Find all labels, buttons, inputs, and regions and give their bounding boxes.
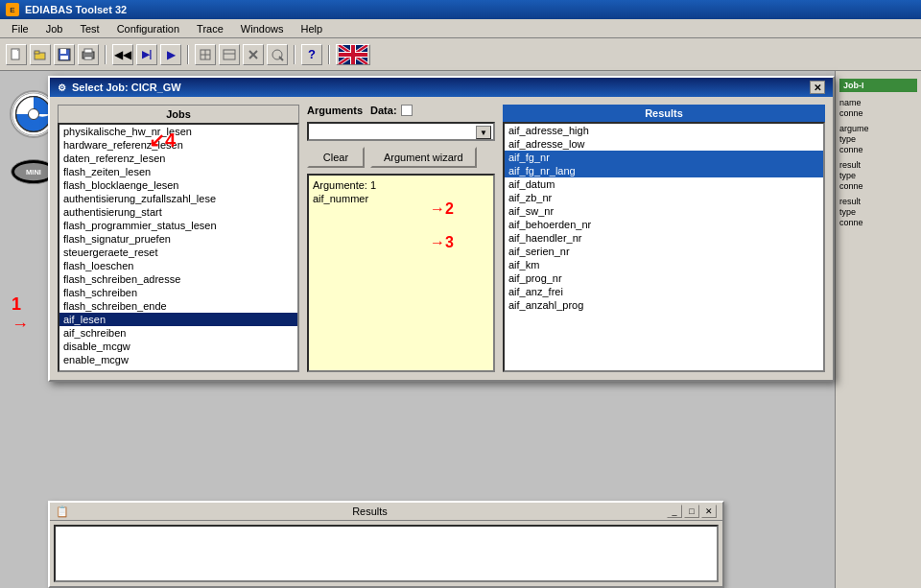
svg-rect-3	[35, 51, 39, 54]
bottom-results-content	[54, 525, 719, 582]
dialog-title-bar: ⚙ Select Job: CICR_GW ✕	[50, 78, 833, 97]
toolbar-print-btn[interactable]	[78, 44, 99, 65]
right-result-2-label: result	[839, 197, 917, 206]
toolbar-run-back-btn[interactable]: ◀◀	[112, 44, 133, 65]
right-type-1-label: type	[839, 134, 917, 144]
toolbar-run-btn[interactable]: ▶	[160, 44, 181, 65]
result-list-item[interactable]: aif_adresse_high	[505, 124, 823, 137]
right-panel: Job-I name conne argume type conne resul…	[835, 71, 921, 588]
result-list-item[interactable]: aif_fg_nr_lang	[505, 164, 823, 177]
result-list-item[interactable]: aif_anzahl_prog	[505, 298, 823, 312]
argument-wizard-button[interactable]: Argument wizard	[370, 147, 477, 168]
app-icon: E	[6, 3, 19, 16]
clear-button[interactable]: Clear	[307, 147, 365, 168]
toolbar-btn-5[interactable]	[195, 44, 216, 65]
result-list-item[interactable]: aif_adresse_low	[505, 137, 823, 151]
dialog-icon: ⚙	[58, 82, 66, 93]
job-list-item[interactable]: authentisierung_zufallszahl_lese	[59, 192, 297, 205]
dialog-close-button[interactable]: ✕	[810, 81, 825, 94]
toolbar-btn-8[interactable]	[267, 44, 288, 65]
bottom-results-window: 📋 Results _ □ ✕	[48, 501, 724, 588]
svg-rect-9	[84, 57, 92, 59]
annotation-4: ↙4	[149, 129, 176, 152]
toolbar-sep-3	[294, 45, 295, 64]
bottom-results-title: Results	[352, 506, 388, 517]
menu-configuration[interactable]: Configuration	[109, 21, 187, 36]
job-list-item[interactable]: hardware_referenz_lesen	[59, 138, 297, 152]
right-argume-label: argume	[839, 124, 917, 133]
toolbar-flag-btn[interactable]	[336, 44, 370, 65]
data-checkbox[interactable]	[401, 105, 413, 116]
right-conne-1-label: conne	[839, 108, 917, 118]
toolbar-btn-7[interactable]	[243, 44, 264, 65]
bottom-results-icon: 📋	[56, 506, 69, 518]
job-list-item[interactable]: flash_zeiten_lesen	[59, 165, 297, 178]
job-list-item[interactable]: aif_schreiben	[59, 326, 297, 340]
right-type-2-label: type	[839, 171, 917, 180]
toolbar-open-btn[interactable]	[30, 44, 51, 65]
dropdown-arrow-icon[interactable]: ▼	[476, 126, 491, 139]
toolbar-btn-6[interactable]	[219, 44, 240, 65]
menu-windows[interactable]: Windows	[233, 21, 292, 36]
menu-job[interactable]: Job	[38, 21, 71, 36]
menu-help[interactable]: Help	[293, 21, 330, 36]
menu-test[interactable]: Test	[72, 21, 106, 36]
bottom-title-buttons: _ □ ✕	[667, 505, 717, 518]
result-list-item[interactable]: aif_prog_nr	[505, 271, 823, 285]
args-content: Argumente: 1aif_nummer	[307, 174, 495, 372]
right-conne-4-label: conne	[839, 218, 917, 227]
job-list-item[interactable]: steuergeraete_reset	[59, 246, 297, 259]
results-header: Results	[503, 105, 825, 122]
job-list-item[interactable]: disable_mcgw	[59, 340, 297, 353]
job-list-item[interactable]: physikalische_hw_nr_lesen	[59, 125, 297, 138]
job-list-item[interactable]: flash_schreiben_ende	[59, 299, 297, 313]
annotation-3: →3	[430, 234, 454, 251]
job-list-item[interactable]: flash_loeschen	[59, 259, 297, 272]
results-listbox[interactable]: aif_adresse_highaif_adresse_lowaif_fg_nr…	[503, 122, 825, 372]
svg-rect-13	[224, 50, 235, 59]
result-list-item[interactable]: aif_datum	[505, 177, 823, 191]
args-dropdown[interactable]: ▼	[307, 122, 495, 141]
job-info-header: Job-I	[839, 79, 917, 92]
toolbar-help-btn[interactable]: ?	[301, 44, 322, 65]
job-list-item[interactable]: flash_signatur_pruefen	[59, 232, 297, 246]
result-list-item[interactable]: aif_anz_frei	[505, 285, 823, 298]
svg-rect-5	[60, 49, 66, 54]
result-list-item[interactable]: aif_serien_nr	[505, 245, 823, 258]
menu-trace[interactable]: Trace	[189, 21, 231, 36]
menu-file[interactable]: File	[4, 21, 36, 36]
job-list-item[interactable]: flash_programmier_status_lesen	[59, 219, 297, 232]
annotation-1: 1→	[12, 294, 29, 335]
job-list-item[interactable]: flash_blocklaenge_lesen	[59, 178, 297, 192]
result-list-item[interactable]: aif_fg_nr	[505, 151, 823, 164]
toolbar-save-btn[interactable]	[54, 44, 75, 65]
dialog-title-text: Select Job: CICR_GW	[72, 82, 181, 93]
result-list-item[interactable]: aif_sw_nr	[505, 204, 823, 218]
toolbar-new-btn[interactable]	[6, 44, 27, 65]
right-conne-3-label: conne	[839, 181, 917, 191]
results-panel: Results aif_adresse_highaif_adresse_lowa…	[503, 105, 825, 372]
bottom-results-title-bar: 📋 Results _ □ ✕	[50, 503, 722, 521]
job-list-item[interactable]: aif_lesen	[59, 313, 297, 326]
arguments-label: Arguments	[307, 105, 363, 116]
app-title: EDIABAS Toolset 32	[25, 4, 127, 15]
right-type-3-label: type	[839, 207, 917, 217]
svg-rect-8	[84, 49, 92, 53]
result-list-item[interactable]: aif_zb_nr	[505, 191, 823, 204]
bottom-close-button[interactable]: ✕	[701, 505, 717, 518]
job-list-item[interactable]: enable_mcgw	[59, 353, 297, 366]
toolbar-run-step-btn[interactable]: ▶|	[136, 44, 157, 65]
title-bar: E EDIABAS Toolset 32	[0, 0, 921, 19]
jobs-listbox[interactable]: physikalische_hw_nr_lesenhardware_refere…	[58, 123, 299, 372]
job-list-item[interactable]: flash_schreiben	[59, 286, 297, 299]
args-content-line: Argumente: 1	[313, 179, 489, 191]
result-list-item[interactable]: aif_haendler_nr	[505, 231, 823, 245]
result-list-item[interactable]: aif_behoerden_nr	[505, 218, 823, 231]
bottom-minimize-button[interactable]: _	[667, 505, 682, 518]
bottom-maximize-button[interactable]: □	[684, 505, 699, 518]
job-list-item[interactable]: authentisierung_start	[59, 205, 297, 219]
job-list-item[interactable]: flash_schreiben_adresse	[59, 272, 297, 286]
menu-bar: File Job Test Configuration Trace Window…	[0, 19, 921, 38]
job-list-item[interactable]: daten_referenz_lesen	[59, 152, 297, 165]
result-list-item[interactable]: aif_km	[505, 258, 823, 271]
